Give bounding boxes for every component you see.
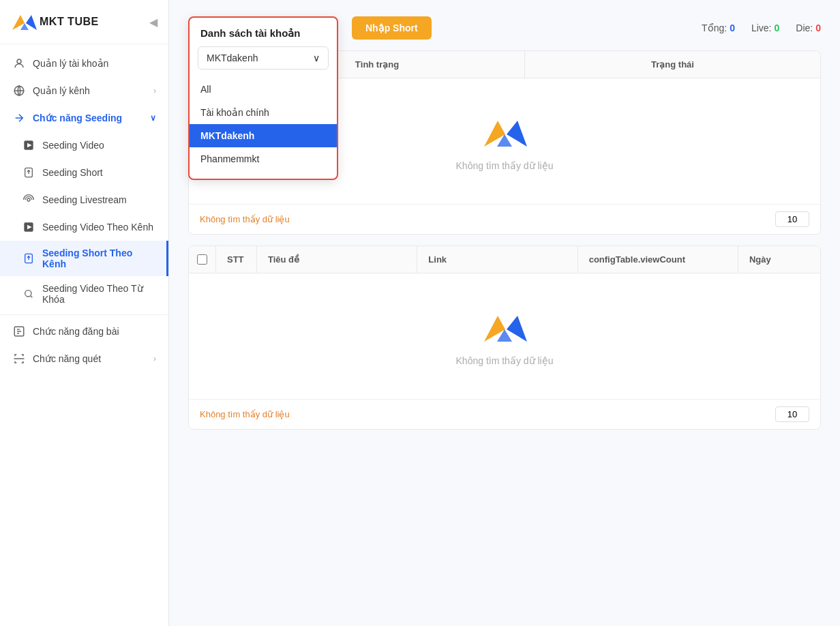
dropdown-options-list: All Tài khoản chính MKTdakenh Phanmemmkt	[190, 75, 337, 173]
bottom-pagination-info: Không tìm thấy dữ liệu	[200, 409, 290, 419]
dropdown-option-tai-khoan-chinh[interactable]: Tài khoản chính	[190, 101, 337, 124]
top-table-pagination: Không tìm thấy dữ liệu	[189, 204, 820, 234]
sidebar-nav: Quản lý tài khoản Quản lý kênh › Chức nă…	[0, 44, 168, 626]
nhap-short-button[interactable]: Nhập Short	[352, 16, 432, 40]
stat-die-label: Die:	[796, 23, 813, 33]
scan-icon	[12, 352, 26, 366]
svg-point-3	[17, 59, 21, 63]
th-link: Link	[417, 246, 578, 273]
bottom-table-pagination: Không tìm thấy dữ liệu	[189, 399, 820, 429]
sidebar-item-seeding-video-theo-tu-khoa[interactable]: Seeding Video Theo Từ Khóa	[0, 276, 168, 312]
th-tieu-de: Tiêu đề	[257, 246, 417, 273]
sidebar-item-quan-ly-kenh[interactable]: Quản lý kênh ›	[0, 77, 168, 104]
th-checkbox	[189, 246, 216, 273]
chevron-down-icon: ∨	[313, 53, 320, 63]
dropdown-option-all[interactable]: All	[190, 78, 337, 101]
stat-die: Die: 0	[796, 23, 821, 33]
stat-live: Live: 0	[751, 23, 779, 33]
sidebar: MKT TUBE ◀ Quản lý tài khoản Quản lý kên…	[0, 0, 169, 626]
sidebar-item-chuc-nang-seeding[interactable]: Chức năng Seeding ∨	[0, 104, 168, 132]
sidebar-item-seeding-short-theo-kenh[interactable]: Seeding Short Theo Kênh	[0, 241, 168, 276]
sidebar-item-seeding-livestream[interactable]: Seeding Livestream	[0, 186, 168, 213]
th-view-count: configTable.viewCount	[578, 246, 738, 273]
dropdown-select-row: MKTdakenh ∨	[190, 46, 337, 75]
chevron-down-icon: ∨	[150, 113, 156, 123]
logo: MKT TUBE	[11, 10, 99, 34]
post-icon	[12, 325, 26, 338]
stat-live-label: Live:	[751, 23, 772, 33]
account-list-dropdown: Danh sách tài khoản MKTdakenh ∨ All Tài …	[188, 16, 338, 180]
stat-tong-value: 0	[730, 23, 735, 33]
svg-marker-1	[26, 15, 37, 30]
sidebar-item-label: Seeding Short	[42, 167, 156, 178]
top-controls-row: Danh sách tài khoản MKTdakenh ∨ All Tài …	[188, 16, 821, 40]
sidebar-item-chuc-nang-quet[interactable]: Chức năng quét ›	[0, 345, 168, 372]
top-page-size-input[interactable]	[775, 211, 809, 227]
bottom-page-size-input[interactable]	[775, 406, 809, 422]
sidebar-item-label: Seeding Short Theo Kênh	[42, 248, 154, 269]
svg-point-8	[27, 198, 30, 201]
sidebar-header: MKT TUBE ◀	[0, 0, 168, 44]
stat-tong: Tổng: 0	[702, 23, 735, 33]
sidebar-item-seeding-short[interactable]: Seeding Short	[0, 159, 168, 186]
sidebar-item-label: Chức năng Seeding	[33, 113, 143, 123]
sidebar-item-seeding-video-theo-kenh[interactable]: Seeding Video Theo Kênh	[0, 213, 168, 241]
play-channel-icon	[22, 220, 35, 234]
chevron-right-icon: ›	[153, 354, 156, 363]
svg-point-12	[25, 290, 31, 297]
th-stt: STT	[216, 246, 257, 273]
top-pagination-info: Không tìm thấy dữ liệu	[200, 214, 290, 224]
wave-icon	[22, 193, 35, 207]
sidebar-item-label: Seeding Video Theo Từ Khóa	[42, 283, 156, 305]
seeding-icon	[12, 111, 26, 125]
play-icon	[22, 138, 35, 152]
sidebar-item-label: Chức năng đăng bài	[33, 326, 156, 337]
divider	[0, 314, 168, 315]
chevron-right-icon: ›	[153, 86, 156, 95]
th-trang-thai-label: Trạng thái	[525, 51, 820, 78]
sidebar-item-label: Seeding Video	[42, 140, 156, 151]
sidebar-item-seeding-video[interactable]: Seeding Video	[0, 132, 168, 159]
bottom-table-empty-state: Không tìm thấy dữ liệu	[189, 273, 820, 399]
bottom-section-card: STT Tiêu đề Link configTable.viewCount N…	[188, 245, 821, 430]
sidebar-item-chuc-nang-dang-bai[interactable]: Chức năng đăng bài	[0, 318, 168, 345]
stats-bar: Tổng: 0 Live: 0 Die: 0	[702, 23, 821, 33]
bottom-table-header: STT Tiêu đề Link configTable.viewCount N…	[189, 246, 820, 273]
main-content: Danh sách tài khoản MKTdakenh ∨ All Tài …	[169, 0, 840, 626]
stat-die-value: 0	[815, 23, 821, 33]
bottom-table-empty-text: Không tìm thấy dữ liệu	[456, 355, 554, 366]
top-table-empty-text: Không tìm thấy dữ liệu	[456, 160, 554, 171]
sidebar-item-label: Seeding Video Theo Kênh	[42, 222, 156, 233]
stat-live-value: 0	[775, 23, 780, 33]
empty-logo-bottom	[481, 306, 528, 347]
logo-text: MKT TUBE	[40, 16, 99, 28]
select-all-checkbox[interactable]	[197, 254, 207, 265]
sidebar-item-label: Quản lý tài khoản	[33, 58, 156, 69]
empty-logo-top	[481, 111, 528, 152]
sidebar-item-label: Seeding Livestream	[42, 194, 156, 205]
sidebar-item-quan-ly-tai-khoan[interactable]: Quản lý tài khoản	[0, 50, 168, 77]
short-channel-icon	[22, 252, 35, 265]
search-video-icon	[22, 287, 35, 301]
person-icon	[12, 57, 26, 70]
logo-icon	[11, 10, 35, 34]
stat-tong-label: Tổng:	[702, 23, 727, 33]
short-icon	[22, 166, 35, 179]
sidebar-item-label: Chức năng quét	[33, 353, 147, 364]
globe-icon	[12, 84, 26, 98]
dropdown-option-phanmemmkt[interactable]: Phanmemmkt	[190, 147, 337, 170]
dropdown-select-box[interactable]: MKTdakenh ∨	[198, 46, 329, 70]
page-content-area: Danh sách tài khoản MKTdakenh ∨ All Tài …	[169, 0, 840, 626]
sidebar-item-label: Quản lý kênh	[33, 85, 147, 96]
dropdown-title: Danh sách tài khoản	[190, 18, 337, 46]
collapse-button[interactable]: ◀	[149, 16, 158, 29]
dropdown-selected-value: MKTdakenh	[207, 53, 258, 63]
dropdown-option-mktdakenh[interactable]: MKTdakenh	[190, 124, 337, 147]
th-ngay: Ngày	[738, 246, 820, 273]
